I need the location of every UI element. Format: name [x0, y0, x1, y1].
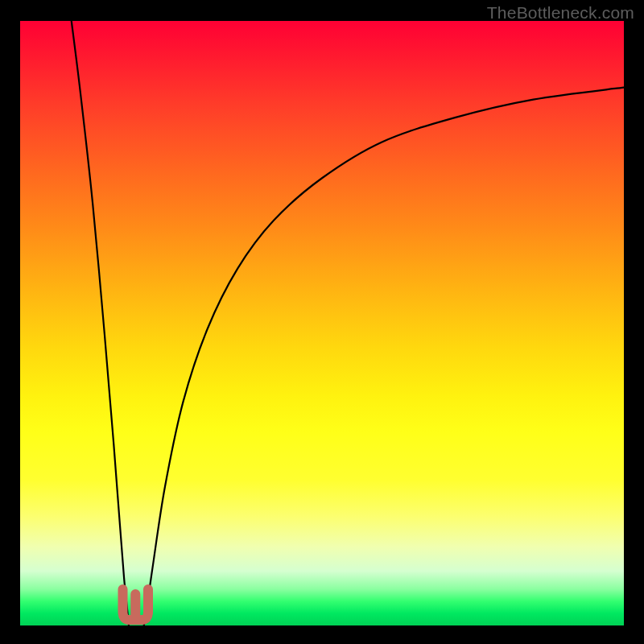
valley-marker — [123, 589, 149, 620]
curve-layer — [72, 21, 624, 625]
left-branch-curve — [72, 21, 129, 625]
right-branch-curve — [144, 88, 624, 625]
chart-svg — [0, 0, 644, 644]
chart-frame: TheBottleneck.com — [0, 0, 644, 644]
